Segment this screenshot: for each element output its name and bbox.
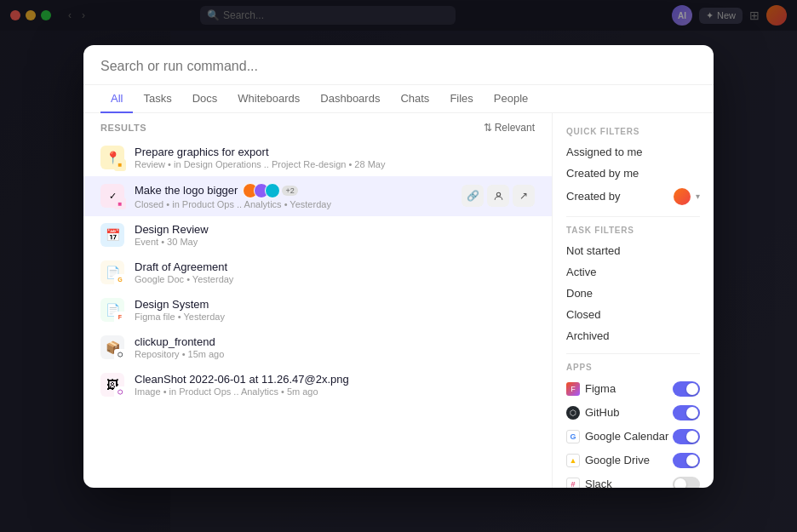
task-filters-section: TASK FILTERS Not started Active Done Clo… <box>553 222 714 346</box>
result-meta-5: Figma file • Yesterday <box>135 312 535 322</box>
result-content-5: Design System Figma file • Yesterday <box>135 298 535 322</box>
result-item-clickup-frontend[interactable]: 📦 ⬡ clickup_frontend Repository • 15m ag… <box>83 329 552 366</box>
apps-section: APPS F Figma ⬡ GitHub <box>553 359 714 488</box>
avatar-plus: +2 <box>282 186 297 196</box>
result-meta-2: Closed • in Product Ops .. Analytics • Y… <box>135 199 451 209</box>
gdrive-icon: ▲ <box>566 454 580 467</box>
result-icon-figma: 📄 F <box>100 298 124 322</box>
result-icon-task: 📍 ■ <box>100 146 124 169</box>
result-meta-3: Event • 30 May <box>135 237 535 247</box>
sort-button[interactable]: ⇅ Relevant <box>484 122 535 134</box>
result-content-3: Design Review Event • 30 May <box>135 223 535 247</box>
figma-icon: F <box>566 382 580 396</box>
result-item-make-logo[interactable]: ✓ ■ Make the logo bigger +2 <box>83 176 552 216</box>
filter-archived[interactable]: Archived <box>553 325 714 346</box>
result-item-cleanshot[interactable]: 🖼 ⬡ CleanShot 2022-06-01 at 11.26.47@2x.… <box>83 366 552 403</box>
result-title-4: Draft of Agreement <box>135 260 535 273</box>
toggle-thumb <box>686 383 698 395</box>
result-icon-event: 📅 <box>100 223 124 247</box>
open-action-button[interactable]: ↗ <box>513 185 535 207</box>
result-title-7: CleanShot 2022-06-01 at 11.26.47@2x.png <box>135 373 535 386</box>
result-content-7: CleanShot 2022-06-01 at 11.26.47@2x.png … <box>135 373 535 397</box>
result-title-6: clickup_frontend <box>135 335 535 348</box>
task-badge: ■ <box>114 159 126 171</box>
toggle-thumb-4 <box>686 455 698 466</box>
result-content-6: clickup_frontend Repository • 15m ago <box>135 335 535 359</box>
toggle-thumb-3 <box>686 431 698 443</box>
filter-github[interactable]: ⬡ GitHub <box>553 401 714 425</box>
tab-dashboards[interactable]: Dashboards <box>310 85 390 113</box>
slack-toggle[interactable] <box>673 477 700 488</box>
result-meta-6: Repository • 15m ago <box>135 349 535 359</box>
modal-body: RESULTS ⇅ Relevant 📍 ■ Prepa <box>83 113 714 488</box>
result-title: Prepare graphics for export <box>135 146 535 158</box>
github-toggle[interactable] <box>673 405 700 420</box>
tab-chats[interactable]: Chats <box>390 85 439 113</box>
filter-created-by-me[interactable]: Created by me <box>553 163 714 184</box>
tab-people[interactable]: People <box>484 85 538 113</box>
svg-point-0 <box>496 192 500 196</box>
sort-label: Relevant <box>495 122 535 134</box>
search-modal: All Tasks Docs Whiteboards Dashboards Ch… <box>83 45 714 488</box>
apps-title: APPS <box>553 359 714 377</box>
result-content-2: Make the logo bigger +2 Closed • in Prod… <box>135 183 451 209</box>
image-badge: ⬡ <box>114 386 126 398</box>
modal-overlay[interactable]: All Tasks Docs Whiteboards Dashboards Ch… <box>0 0 797 532</box>
results-label: RESULTS <box>100 123 146 133</box>
filter-closed[interactable]: Closed <box>553 304 714 325</box>
result-title-5: Design System <box>135 298 535 311</box>
gcal-toggle[interactable] <box>673 429 700 444</box>
tab-docs[interactable]: Docs <box>182 85 228 113</box>
filter-gcal[interactable]: G Google Calendar <box>553 425 714 449</box>
filter-divider-2 <box>566 353 700 354</box>
filters-panel: QUICK FILTERS Assigned to me Created by … <box>552 113 714 488</box>
filter-gdrive[interactable]: ▲ Google Drive <box>553 449 714 472</box>
sort-icon: ⇅ <box>484 122 492 134</box>
filter-active[interactable]: Active <box>553 261 714 283</box>
filter-created-by-avatar <box>674 188 691 205</box>
filter-done[interactable]: Done <box>553 283 714 304</box>
modal-tabs: All Tasks Docs Whiteboards Dashboards Ch… <box>83 85 714 113</box>
filter-divider-1 <box>566 216 700 217</box>
result-title-2: Make the logo bigger +2 <box>135 183 451 198</box>
tab-whiteboards[interactable]: Whiteboards <box>227 85 310 113</box>
doc-badge: G <box>114 274 126 286</box>
figma-toggle[interactable] <box>673 381 700 397</box>
avatar-3 <box>265 183 280 198</box>
assign-action-button[interactable] <box>487 185 509 207</box>
tab-all[interactable]: All <box>100 85 133 113</box>
filter-slack[interactable]: # Slack <box>553 472 714 488</box>
closed-badge: ■ <box>114 197 126 209</box>
gdrive-toggle[interactable] <box>673 453 700 468</box>
quick-filters-title: QUICK FILTERS <box>553 123 714 141</box>
avatar-stack: +2 <box>243 183 297 198</box>
github-icon: ⬡ <box>566 406 580 420</box>
modal-search-input[interactable] <box>100 59 697 74</box>
results-header: RESULTS ⇅ Relevant <box>83 113 552 139</box>
modal-search-bar <box>83 45 714 85</box>
gcal-icon: G <box>566 430 580 443</box>
figma-doc-badge: F <box>114 312 126 323</box>
result-content-4: Draft of Agreement Google Doc • Yesterda… <box>135 260 535 284</box>
toggle-thumb-2 <box>686 407 698 419</box>
filter-created-by[interactable]: Created by ▾ <box>553 184 714 209</box>
result-item-design-review[interactable]: 📅 Design Review Event • 30 May <box>83 216 552 254</box>
result-item-design-system[interactable]: 📄 F Design System Figma file • Yesterday <box>83 291 552 329</box>
result-icon-repo: 📦 ⬡ <box>100 335 124 359</box>
results-panel: RESULTS ⇅ Relevant 📍 ■ Prepa <box>83 113 552 488</box>
result-meta-7: Image • in Product Ops .. Analytics • 5m… <box>135 386 535 397</box>
tab-files[interactable]: Files <box>439 85 483 113</box>
result-item-draft-agreement[interactable]: 📄 G Draft of Agreement Google Doc • Yest… <box>83 254 552 291</box>
link-action-button[interactable]: 🔗 <box>462 185 484 207</box>
filter-figma[interactable]: F Figma <box>553 377 714 401</box>
filter-not-started[interactable]: Not started <box>553 240 714 261</box>
tab-tasks[interactable]: Tasks <box>133 85 181 113</box>
quick-filters-section: QUICK FILTERS Assigned to me Created by … <box>553 123 714 209</box>
task-filters-title: TASK FILTERS <box>553 222 714 240</box>
result-icon-image: 🖼 ⬡ <box>100 373 124 397</box>
chevron-down-icon: ▾ <box>696 192 700 201</box>
result-item-prepare-graphics[interactable]: 📍 ■ Prepare graphics for export Review •… <box>83 139 552 176</box>
toggle-thumb-5 <box>674 478 686 488</box>
filter-assigned-to-me[interactable]: Assigned to me <box>553 141 714 163</box>
repo-badge: ⬡ <box>114 349 126 361</box>
